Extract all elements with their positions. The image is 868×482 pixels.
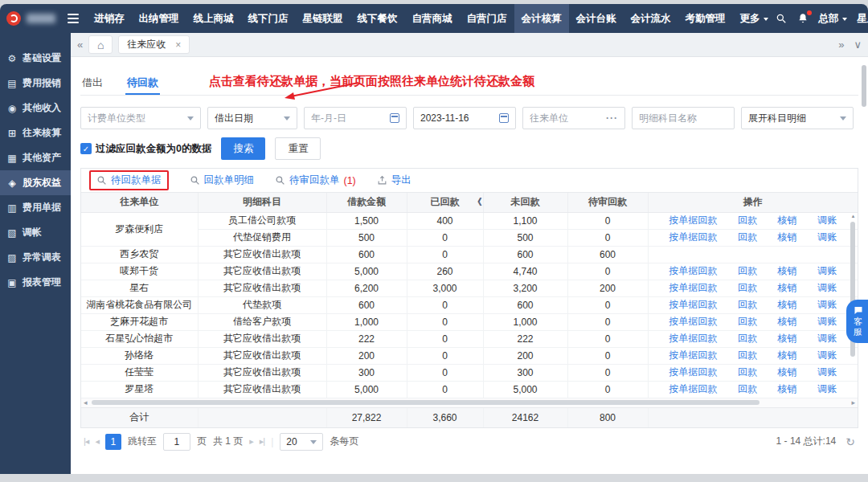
expand-subject-select[interactable]: 展开科目明细: [741, 107, 854, 129]
topnav-item[interactable]: 进销存: [87, 4, 132, 33]
topnav-item[interactable]: 线下门店: [241, 4, 296, 33]
op-write-off-link[interactable]: 核销: [778, 264, 797, 278]
op-repay-by-doc-link[interactable]: 按单据回款: [669, 332, 717, 345]
op-repay-link[interactable]: 回款: [738, 264, 757, 278]
scroll-left-icon[interactable]: ◂: [84, 399, 88, 406]
topnav-item[interactable]: 线下餐饮: [350, 4, 405, 33]
scroll-up-icon[interactable]: ▴: [850, 213, 857, 219]
op-write-off-link[interactable]: 核销: [778, 332, 797, 345]
op-adjust-link[interactable]: 调账: [817, 315, 837, 329]
op-repay-link[interactable]: 回款: [738, 315, 757, 329]
sidebar-item[interactable]: ◈股东权益: [0, 170, 71, 195]
op-write-off-link[interactable]: 核销: [778, 366, 797, 379]
action-link[interactable]: 回款单明细: [190, 174, 255, 187]
op-repay-by-doc-link[interactable]: 按单据回款: [669, 366, 717, 379]
topnav-item[interactable]: 会计台账: [569, 4, 624, 33]
op-write-off-link[interactable]: 核销: [778, 281, 797, 295]
op-adjust-link[interactable]: 调账: [817, 332, 837, 345]
op-adjust-link[interactable]: 调账: [817, 366, 837, 379]
unit-type-select[interactable]: 计费单位类型: [80, 107, 201, 129]
action-link[interactable]: 待审回款单(1): [275, 174, 356, 187]
topnav-item[interactable]: 星链联盟: [296, 4, 350, 33]
tabs-scroll-left-icon[interactable]: «: [77, 39, 83, 51]
menu-icon[interactable]: [68, 14, 79, 23]
op-adjust-link[interactable]: 调账: [817, 298, 837, 312]
sidebar-item[interactable]: ⊞往来核算: [0, 120, 71, 145]
op-repay-link[interactable]: 回款: [738, 366, 757, 379]
current-page-button[interactable]: 1: [105, 434, 121, 450]
op-write-off-link[interactable]: 核销: [778, 315, 797, 329]
op-adjust-link[interactable]: 调账: [817, 214, 837, 227]
sidebar-item[interactable]: ▦其他资产: [0, 145, 71, 170]
first-page-icon[interactable]: |◂: [84, 436, 88, 447]
sidebar-item[interactable]: ▣报表管理: [0, 270, 71, 295]
sidebar-item[interactable]: ◉其他收入: [0, 96, 71, 120]
topnav-item[interactable]: 更多: [733, 4, 776, 33]
partner-input[interactable]: 往来单位 ···: [522, 107, 625, 129]
tabs-list-icon[interactable]: ∨: [854, 39, 862, 51]
per-page-select[interactable]: 20: [280, 433, 323, 451]
sidebar-item[interactable]: ▨异常调表: [0, 245, 71, 270]
action-link[interactable]: 待回款单据: [89, 170, 169, 190]
date-from-input[interactable]: 年-月-日: [304, 107, 407, 129]
sidebar-item[interactable]: ▧调帐: [0, 220, 71, 245]
op-write-off-link[interactable]: 核销: [778, 298, 797, 312]
close-icon[interactable]: ×: [175, 39, 181, 51]
export-action[interactable]: 导出: [377, 174, 411, 187]
topnav-item[interactable]: 自营商城: [405, 4, 460, 33]
topnav-item[interactable]: 线上商城: [186, 4, 241, 33]
topnav-item[interactable]: 自营门店: [460, 4, 514, 33]
search-icon[interactable]: [776, 13, 787, 24]
tab-receivables[interactable]: 往来应收 ×: [118, 35, 190, 54]
sidebar-item[interactable]: ▥费用单据: [0, 195, 71, 220]
tabs-scroll-right-icon[interactable]: »: [838, 39, 844, 51]
op-repay-by-doc-link[interactable]: 按单据回款: [669, 231, 717, 244]
topnav-item[interactable]: 会计流水: [624, 4, 678, 33]
page-tab[interactable]: 待回款: [125, 71, 160, 95]
op-adjust-link[interactable]: 调账: [817, 382, 837, 396]
sidebar-item[interactable]: ⚙基础设置: [0, 46, 71, 71]
sidebar-item[interactable]: ▤费用报销: [0, 71, 71, 96]
ellipsis-picker-icon[interactable]: ···: [606, 112, 618, 124]
op-repay-link[interactable]: 回款: [738, 382, 757, 396]
op-adjust-link[interactable]: 调账: [817, 281, 837, 295]
op-repay-by-doc-link[interactable]: 按单据回款: [669, 298, 717, 312]
filter-zero-label[interactable]: 过滤应回款金额为0的数据: [96, 142, 211, 156]
op-repay-by-doc-link[interactable]: 按单据回款: [669, 382, 717, 396]
tenant-selector[interactable]: 星辰科技DEV: [858, 12, 868, 26]
prev-page-icon[interactable]: ◂: [95, 436, 99, 447]
op-write-off-link[interactable]: 核销: [778, 382, 797, 396]
horizontal-scrollbar[interactable]: ◂ ▸: [81, 398, 858, 408]
search-button[interactable]: 搜索: [221, 137, 265, 160]
org-selector[interactable]: 总部: [819, 12, 847, 26]
last-page-icon[interactable]: ▸|: [260, 436, 264, 447]
topnav-item[interactable]: 会计核算: [514, 4, 569, 33]
op-repay-link[interactable]: 回款: [738, 231, 757, 244]
date-to-input[interactable]: 2023-11-16: [413, 107, 516, 129]
next-page-icon[interactable]: ▸: [249, 436, 253, 447]
op-repay-link[interactable]: 回款: [738, 298, 757, 312]
date-type-select[interactable]: 借出日期: [207, 107, 297, 129]
jump-page-input[interactable]: 1: [163, 433, 190, 451]
home-tab[interactable]: ⌂: [88, 35, 113, 54]
op-adjust-link[interactable]: 调账: [817, 231, 837, 244]
op-repay-by-doc-link[interactable]: 按单据回款: [669, 349, 717, 362]
op-repay-by-doc-link[interactable]: 按单据回款: [669, 281, 717, 295]
customer-service-badge[interactable]: 客服: [846, 300, 868, 343]
op-write-off-link[interactable]: 核销: [778, 214, 797, 227]
op-repay-by-doc-link[interactable]: 按单据回款: [669, 214, 717, 227]
topnav-item[interactable]: 考勤管理: [678, 4, 733, 33]
op-write-off-link[interactable]: 核销: [778, 231, 797, 244]
op-repay-link[interactable]: 回款: [738, 281, 757, 295]
op-repay-link[interactable]: 回款: [738, 332, 757, 345]
op-adjust-link[interactable]: 调账: [817, 264, 837, 278]
op-repay-link[interactable]: 回款: [738, 349, 757, 362]
column-collapse-icon[interactable]: 《: [473, 196, 482, 208]
filter-zero-checkbox[interactable]: ✓: [80, 143, 92, 154]
page-tab[interactable]: 借出: [80, 71, 104, 95]
subject-input[interactable]: 明细科目名称: [632, 107, 735, 129]
page-vscroll-thumb[interactable]: [862, 65, 866, 107]
reset-button[interactable]: 重置: [275, 137, 321, 160]
op-adjust-link[interactable]: 调账: [817, 349, 837, 362]
op-repay-by-doc-link[interactable]: 按单据回款: [669, 264, 717, 278]
